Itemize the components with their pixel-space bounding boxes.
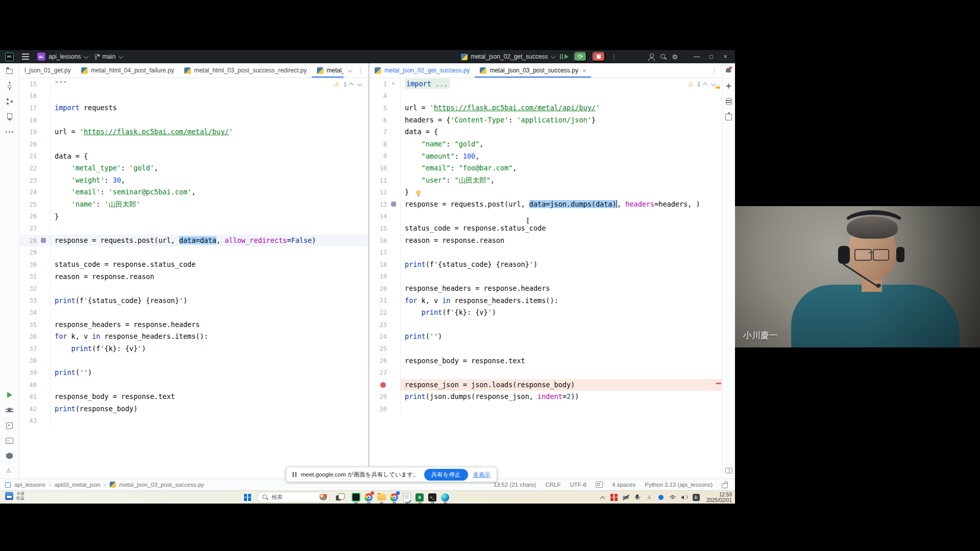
code-line[interactable]: 9 "amount": 100, [370, 151, 722, 163]
python-interpreter[interactable]: Python 3.13 (api_lessons) [645, 482, 713, 488]
code-text[interactable]: """ [51, 78, 368, 90]
bluetooth-dot-icon[interactable] [657, 494, 665, 501]
breadcrumb-item[interactable]: metal_json_03_post_success.py [119, 482, 204, 488]
project-icon[interactable] [5, 66, 14, 75]
line-number[interactable]: 38 [19, 357, 39, 364]
code-line[interactable]: 34 [19, 307, 368, 319]
profiler-run-icon[interactable] [559, 53, 569, 60]
code-text[interactable]: response = requests.post(url, data=json.… [401, 198, 722, 211]
code-text[interactable]: print(response_body) [51, 403, 368, 415]
code-line[interactable]: 40 [19, 379, 368, 391]
rerun-button[interactable]: ⟳ [574, 52, 587, 62]
line-number[interactable]: 16 [370, 237, 389, 244]
code-line[interactable]: 24 'email': 'seminar@pc5bai.com', [19, 186, 368, 198]
code-line[interactable]: 5url = 'https://flask.pc5bai.com/metal/a… [370, 102, 722, 114]
main-menu-icon[interactable] [22, 56, 29, 57]
code-text[interactable]: url = 'https://flask.pc5bai.com/metal/bu… [51, 126, 368, 138]
code-text[interactable]: response_json = json.loads(response_body… [401, 379, 722, 391]
code-line[interactable]: 31reason = response.reason [19, 271, 368, 283]
code-text[interactable]: status_code = response.status_code [401, 222, 722, 235]
code-line[interactable]: 23 'weight': 30, [19, 174, 368, 187]
code-line[interactable]: 7data = { [370, 126, 722, 138]
chevron-up-icon[interactable] [599, 494, 606, 501]
stop-button[interactable] [592, 52, 605, 62]
line-number[interactable]: 21 [370, 297, 389, 304]
code-text[interactable]: status_code = response.status_code [51, 259, 368, 271]
taskbar-app-chrome[interactable] [363, 491, 374, 504]
minimize-button[interactable]: — [692, 53, 701, 60]
code-text[interactable]: import requests [51, 102, 368, 114]
line-number[interactable]: 29 [19, 249, 39, 256]
line-number[interactable]: 33 [19, 297, 39, 304]
debug-icon[interactable] [5, 406, 14, 414]
code-text[interactable]: url = 'https://flask.pc5bai.com/metal/ap… [401, 102, 722, 114]
code-text[interactable]: "name": "gold", [401, 138, 722, 151]
code-line[interactable]: 12} [370, 186, 722, 198]
line-number[interactable]: 26 [370, 357, 389, 364]
services-icon[interactable] [5, 452, 14, 460]
code-line[interactable]: 13response = requests.post(url, data=jso… [370, 198, 722, 211]
code-text[interactable]: "email": "foo@bar.com", [401, 162, 722, 174]
code-line[interactable]: 42print(response_body) [19, 403, 368, 415]
code-line[interactable]: 29print(json.dumps(response_json, indent… [370, 391, 722, 403]
code-text[interactable]: 'weight': 30, [51, 174, 368, 187]
code-line[interactable]: 11 "user": "山田太郎", [370, 174, 722, 187]
line-number[interactable]: 32 [19, 285, 39, 292]
run-configuration-widget[interactable]: metal_json_02_get_success [461, 53, 554, 60]
code-line[interactable]: 16 [19, 90, 368, 103]
project-widget[interactable]: AL api_lessons [37, 53, 87, 61]
code-line[interactable]: 17 [370, 246, 722, 259]
error-stripe-breakpoint-mark[interactable] [716, 383, 721, 384]
code-line[interactable]: 6headers = {'Content-Type': 'application… [370, 114, 722, 127]
more-actions-icon[interactable] [610, 54, 617, 60]
code-text[interactable]: headers = {'Content-Type': 'application/… [401, 114, 722, 127]
line-number[interactable]: 5 [370, 105, 389, 112]
line-number[interactable]: 14 [370, 213, 389, 220]
code-line[interactable]: 18 [19, 114, 368, 127]
editor-pane-right[interactable]: 1import ...45url = 'https://flask.pc5bai… [370, 78, 722, 479]
widgets-button[interactable]: 今後 収益 [5, 491, 24, 500]
line-number[interactable]: 31 [19, 273, 39, 280]
search-everywhere-icon[interactable] [660, 54, 667, 60]
code-line[interactable]: 10 "email": "foo@bar.com", [370, 162, 722, 174]
database-icon[interactable] [724, 97, 733, 106]
line-number[interactable]: 17 [370, 249, 389, 256]
line-number[interactable]: 8 [370, 141, 389, 148]
code-line[interactable]: 36for k, v in response_headers.items(): [19, 331, 368, 343]
task-view-button[interactable] [336, 493, 344, 502]
python-packages-icon[interactable] [5, 421, 14, 430]
code-line[interactable]: 39print('') [19, 367, 368, 379]
close-button[interactable]: × [721, 53, 730, 60]
code-line[interactable]: 1import ... [370, 78, 722, 90]
microphone-icon[interactable] [634, 494, 641, 501]
previous-problem-icon[interactable] [349, 82, 354, 87]
line-number[interactable]: 42 [19, 406, 39, 413]
code-line[interactable]: 15""" [19, 78, 368, 90]
taskbar-app-notepad[interactable] [401, 491, 412, 504]
code-text[interactable]: import ... [401, 78, 722, 90]
line-number[interactable]: 6 [370, 117, 389, 124]
code-text[interactable]: print(f'{status_code} {reason}') [401, 259, 722, 271]
code-text[interactable]: "amount": 100, [401, 151, 722, 163]
structure-icon[interactable] [5, 97, 14, 106]
code-text[interactable]: 'metal_type': 'gold', [51, 162, 368, 174]
line-number[interactable]: 18 [370, 261, 389, 268]
code-text[interactable]: response_body = response.text [401, 355, 722, 367]
line-number[interactable]: 22 [19, 165, 39, 172]
run-icon[interactable] [5, 390, 14, 399]
line-number[interactable]: 10 [370, 165, 389, 172]
layout-icon[interactable] [725, 466, 733, 474]
read-only-lock-icon[interactable] [722, 483, 728, 488]
line-number[interactable]: 13 [370, 201, 389, 208]
line-number[interactable]: 1 [370, 81, 389, 88]
tab-options-icon[interactable] [357, 67, 364, 74]
caret-position[interactable]: 13:52 (21 chars) [494, 482, 536, 488]
code-line[interactable]: 26response_body = response.text [370, 355, 722, 367]
vcs-branch-widget[interactable]: main [93, 53, 122, 60]
line-number[interactable]: 28 [19, 237, 39, 244]
tab-close-icon[interactable]: × [582, 67, 586, 74]
terminal-icon[interactable] [5, 436, 14, 445]
code-line[interactable]: 18print(f'{status_code} {reason}') [370, 259, 722, 271]
more-icon[interactable] [5, 128, 14, 136]
line-number[interactable]: 27 [370, 369, 389, 377]
